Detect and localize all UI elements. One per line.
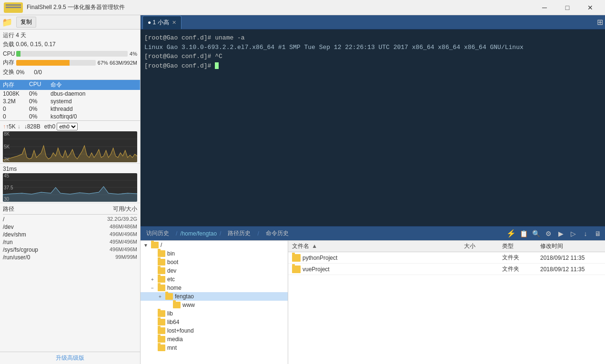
- tree-toggle-root: ▼: [142, 242, 149, 248]
- disk-row: /run 495M/496M: [3, 238, 137, 246]
- file-browser: ▼ / bin boot dev: [141, 240, 605, 364]
- cpu-value: 4%: [130, 51, 137, 57]
- cpu-metric: CPU 4%: [3, 50, 137, 57]
- upload-value: ↑5K: [6, 123, 16, 130]
- swap-pct: 0%: [16, 69, 24, 76]
- file-header-mtime[interactable]: 修改时间: [538, 242, 605, 250]
- tree-item-lib64[interactable]: lib64: [141, 318, 288, 326]
- disk-row: /dev 486M/486M: [3, 223, 137, 231]
- mem-metric: 内存 67% 663M/992M: [3, 59, 137, 67]
- upgrade-section: 升级高级版: [0, 352, 140, 364]
- system-info: 运行 4 天 负载 0.06, 0.15, 0.17 CPU 4% 内存 67%…: [0, 30, 140, 80]
- file-row-vueProject[interactable]: vueProject 文件夹 2018/09/12 11:35: [288, 264, 605, 275]
- net-chart-svg: [3, 131, 137, 162]
- play-icon[interactable]: ▶: [555, 228, 566, 239]
- mem-bar-fill: [16, 60, 70, 66]
- file-row-pythonProject[interactable]: pythonProject 文件夹 2018/09/12 11:35: [288, 252, 605, 264]
- folder-icon-media: [158, 336, 165, 343]
- tree-item-home[interactable]: − home: [141, 284, 288, 292]
- latency-svg: [3, 173, 137, 202]
- path-history-button[interactable]: 路径历史: [224, 228, 254, 238]
- folder-icon-vue: [292, 266, 301, 273]
- proc-row[interactable]: 1008K 0% dbus-daemon: [0, 90, 140, 98]
- folder-icon-fengtao: [165, 293, 173, 300]
- copy-button[interactable]: 复制: [16, 17, 36, 28]
- uptime-label: 运行 4 天: [3, 31, 137, 39]
- download-icon[interactable]: ↓: [580, 228, 591, 239]
- file-header-size[interactable]: 大小: [462, 242, 500, 250]
- cmd-history-button[interactable]: 命令历史: [262, 228, 292, 238]
- right-panel: ● 1 小高 ✕ ⊞ [root@Gao conf.d]# uname -a L…: [141, 15, 605, 364]
- mem-label: 内存: [3, 59, 16, 67]
- disk-header-size: 可用/大小: [94, 205, 137, 213]
- current-path: /home/fengtao: [180, 230, 217, 237]
- folder-icon-lib: [158, 310, 165, 317]
- folder-icon-home: [158, 285, 165, 291]
- tab-1-小高[interactable]: ● 1 小高 ✕: [142, 16, 182, 29]
- tree-item-fengtao[interactable]: + fengtao: [141, 292, 288, 301]
- process-table: 内存 CPU 命令 1008K 0% dbus-daemon 3.2M 0% s…: [0, 80, 140, 121]
- tab-grid-button[interactable]: ⊞: [597, 18, 603, 27]
- terminal-line: [root@Gao conf.d]# ^C: [144, 52, 601, 61]
- tree-item-lostfound[interactable]: lost+found: [141, 326, 288, 335]
- net-header: ↑ ↑5K ↓ ↓828B eth0 eth0: [3, 123, 137, 130]
- download-value: ↓828B: [24, 123, 40, 130]
- tree-item-root[interactable]: ▼ /: [141, 241, 288, 249]
- folder-icon-lib64: [158, 319, 165, 325]
- folder-icon-dev: [158, 267, 165, 274]
- tree-item-dev[interactable]: dev: [141, 266, 288, 275]
- search-icon[interactable]: 🔍: [531, 228, 541, 239]
- proc-row[interactable]: 0 0% ksoftirqd/0: [0, 113, 140, 120]
- file-header-name[interactable]: 文件名 ▲: [288, 242, 462, 250]
- sidebar: 📁 复制 运行 4 天 负载 0.06, 0.15, 0.17 CPU 4% 内…: [0, 15, 141, 364]
- folder-icon-root: [151, 242, 159, 248]
- monitor-icon[interactable]: 🖥: [593, 228, 603, 239]
- proc-row[interactable]: 0 0% kthreadd: [0, 105, 140, 113]
- disk-row: /run/user/0 99M/99M: [3, 254, 137, 261]
- tree-item-www[interactable]: www: [141, 301, 288, 309]
- upgrade-button[interactable]: 升级高级版: [56, 354, 84, 361]
- disk-header: 路径 可用/大小: [3, 205, 137, 215]
- visit-history-button[interactable]: 访问历史: [142, 228, 173, 238]
- tab-close-button[interactable]: ✕: [172, 20, 176, 26]
- terminal[interactable]: [root@Gao conf.d]# uname -a Linux Gao 3.…: [141, 30, 605, 226]
- proc-header-mem: 内存: [0, 80, 26, 90]
- main-wrapper: 📁 复制 运行 4 天 负载 0.06, 0.15, 0.17 CPU 4% 内…: [0, 15, 605, 364]
- settings-icon[interactable]: ⚙: [543, 228, 554, 239]
- net-chart-labels: 8K 5K 2K: [3, 131, 10, 162]
- cpu-bar-fill: [16, 51, 20, 57]
- swap-label: 交换: [3, 68, 16, 76]
- mem-bar-bg: [16, 60, 96, 66]
- folder-icon-python: [292, 254, 301, 262]
- latency-chart: 45 37.5 30: [3, 173, 137, 202]
- terminal-line: [root@Gao conf.d]# uname -a: [144, 33, 601, 43]
- maximize-button[interactable]: □: [556, 0, 578, 15]
- disk-row: / 32.2G/39.2G: [3, 216, 137, 223]
- copy-icon[interactable]: 📋: [518, 228, 529, 239]
- folder-icon[interactable]: 📁: [2, 17, 12, 28]
- terminal-line: Linux Gao 3.10.0-693.2.2.el7.x86_64 #1 S…: [144, 43, 601, 52]
- play2-icon[interactable]: ▷: [568, 228, 578, 239]
- tree-item-bin[interactable]: bin: [141, 249, 288, 258]
- tree-item-boot[interactable]: boot: [141, 258, 288, 266]
- terminal-line: [root@Gao conf.d]#: [144, 61, 601, 71]
- folder-icon-etc: [158, 276, 165, 283]
- tree-item-mnt[interactable]: mnt: [141, 344, 288, 352]
- close-button[interactable]: ✕: [579, 0, 601, 15]
- tree-panel: ▼ / bin boot dev: [141, 241, 288, 364]
- file-list-header: 文件名 ▲ 大小 类型 修改时间: [288, 241, 605, 252]
- power-icon[interactable]: ⚡: [506, 228, 516, 239]
- file-header-type[interactable]: 类型: [500, 242, 538, 250]
- disk-row: /sys/fs/cgroup 496M/496M: [3, 246, 137, 254]
- minimize-button[interactable]: ─: [534, 0, 555, 15]
- proc-row[interactable]: 3.2M 0% systemd: [0, 98, 140, 105]
- folder-icon-bin: [158, 250, 165, 257]
- interface-select[interactable]: eth0: [57, 123, 78, 130]
- tree-item-etc[interactable]: + etc: [141, 275, 288, 284]
- network-section: ↑ ↑5K ↓ ↓828B eth0 eth0 8K 5K 2K: [0, 121, 140, 164]
- cpu-label: CPU: [3, 50, 16, 57]
- tree-item-lib[interactable]: lib: [141, 309, 288, 318]
- toolbar-row: 📁 复制: [0, 15, 140, 30]
- tab-bar: ● 1 小高 ✕ ⊞: [141, 15, 605, 30]
- tree-item-media[interactable]: media: [141, 335, 288, 344]
